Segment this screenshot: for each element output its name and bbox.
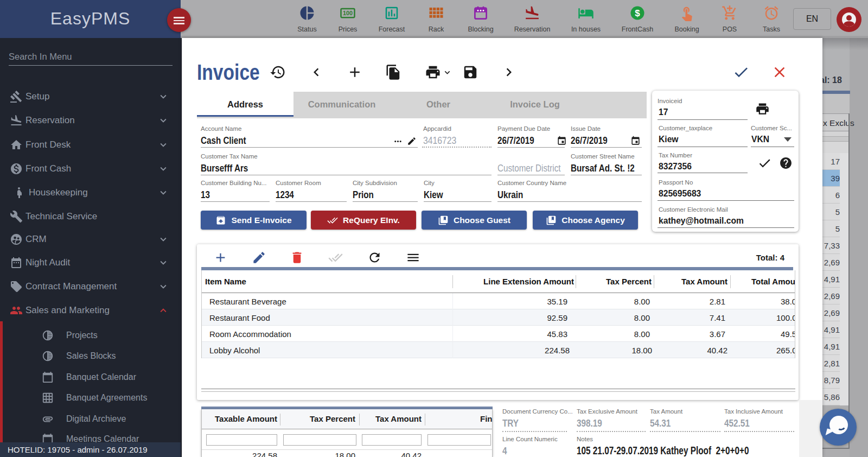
svg-text:100: 100	[343, 10, 353, 16]
svg-text:$: $	[635, 8, 640, 18]
